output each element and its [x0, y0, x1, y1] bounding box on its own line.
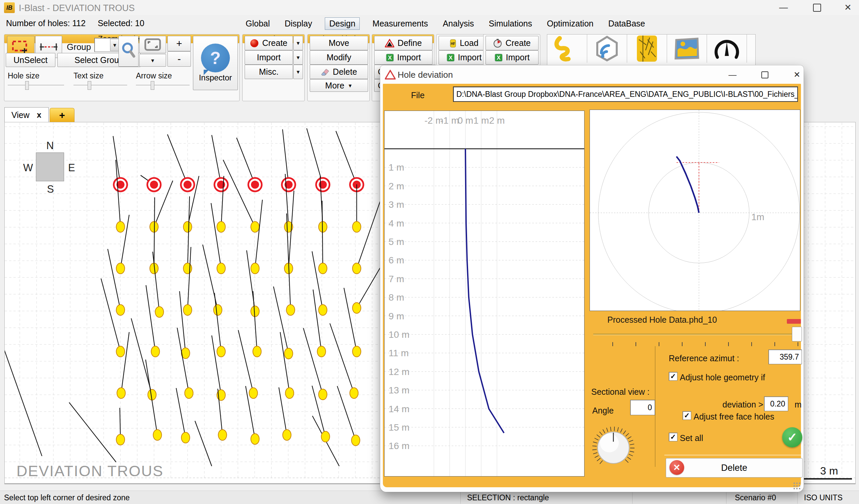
- tab-view-label: View: [11, 110, 30, 120]
- svg-text:0 m: 0 m: [458, 115, 473, 126]
- svg-text:6 m: 6 m: [389, 255, 404, 265]
- inspector-button[interactable]: ? Inspector: [193, 36, 238, 90]
- zoom-extents-button[interactable]: [139, 36, 166, 53]
- delete-holes-button[interactable]: Delete: [310, 65, 368, 79]
- set-all-label: Set all: [680, 433, 703, 443]
- stopwatch-icon: [493, 39, 502, 48]
- shield-signal-icon[interactable]: [587, 34, 627, 63]
- hole-size-slider[interactable]: [8, 85, 64, 86]
- misc-holes-button[interactable]: Misc.: [245, 65, 293, 79]
- group-dropdown[interactable]: ▼: [94, 38, 120, 52]
- dialog-minimize-button[interactable]: —: [723, 68, 742, 81]
- menu-display[interactable]: Display: [283, 18, 314, 30]
- menu-global[interactable]: Global: [244, 18, 272, 30]
- map-icon[interactable]: [667, 34, 707, 63]
- dialog-close-button[interactable]: ✕: [787, 68, 806, 81]
- menu-simulations[interactable]: Simulations: [487, 18, 534, 30]
- dialog-title: Hole deviation: [397, 70, 453, 80]
- adjust-hole-geometry-checkbox[interactable]: ✓: [669, 372, 677, 381]
- menu-optimization[interactable]: Optimization: [545, 18, 596, 30]
- create-hole-dropdown[interactable]: ▼: [293, 36, 303, 50]
- svg-text:11 m: 11 m: [389, 348, 409, 358]
- excel-icon: X: [447, 53, 455, 62]
- svg-text:8 m: 8 m: [389, 292, 404, 303]
- dialog-warning-icon: [385, 70, 396, 80]
- deviation-input[interactable]: 0.20: [764, 396, 788, 411]
- window-maximize-button[interactable]: [805, 0, 829, 15]
- window-minimize-button[interactable]: —: [772, 0, 795, 15]
- menu-measurements[interactable]: Measurements: [371, 18, 430, 30]
- move-button[interactable]: Move: [310, 36, 368, 50]
- create-timing-button[interactable]: Create: [485, 36, 539, 50]
- hole-line: [211, 203, 221, 268]
- import-holes-dropdown[interactable]: ▼: [293, 50, 303, 65]
- define-button[interactable]: Define: [374, 36, 433, 50]
- adjust-free-face-checkbox[interactable]: ✓: [682, 411, 691, 420]
- text-size-slider[interactable]: [74, 85, 127, 86]
- slider-thumb[interactable]: [25, 81, 29, 90]
- hole-line: [344, 288, 357, 351]
- hole-slider-thumb[interactable]: [792, 327, 802, 342]
- load-button[interactable]: HF Load: [439, 36, 489, 50]
- set-all-checkbox[interactable]: ✓: [669, 432, 677, 441]
- modify-button[interactable]: Modify: [310, 50, 368, 65]
- hole-slider-track[interactable]: [593, 333, 802, 335]
- slider-thumb[interactable]: [151, 81, 154, 90]
- dialog-resize-grip[interactable]: [793, 482, 800, 489]
- slider-thumb[interactable]: [88, 81, 91, 90]
- import-free-face-button[interactable]: X Import: [374, 50, 433, 65]
- apply-button[interactable]: ✓: [782, 427, 802, 447]
- delete-x-icon: ✕: [669, 460, 684, 475]
- svg-text:15 m: 15 m: [389, 422, 409, 432]
- menu-analysis[interactable]: Analysis: [440, 18, 476, 30]
- import-timing-button[interactable]: X Import: [485, 50, 539, 65]
- menu-items: GlobalDisplayDesignMeasurementsAnalysisS…: [244, 16, 647, 31]
- rock-texture-icon[interactable]: [627, 34, 667, 63]
- dialog-maximize-button[interactable]: [755, 68, 774, 81]
- misc-holes-dropdown[interactable]: ▼: [293, 65, 303, 79]
- azimuth-tick: [612, 342, 613, 346]
- statusbar-separator: [632, 492, 633, 504]
- import-load-button[interactable]: X Import: [439, 50, 489, 65]
- delete-deviation-button[interactable]: ✕ Delete: [666, 458, 803, 477]
- reference-azimut-input[interactable]: 359.7: [768, 349, 802, 364]
- svg-text:HF: HF: [451, 42, 455, 46]
- selected-hole-center: [183, 180, 192, 189]
- more-button[interactable]: More▼: [310, 79, 368, 92]
- angle-knob[interactable]: [591, 426, 635, 470]
- sectional-view-label: Sectional view :: [591, 387, 650, 397]
- tab-close-icon[interactable]: x: [37, 110, 41, 120]
- window-close-button[interactable]: ✕: [836, 0, 859, 15]
- tab-add-button[interactable]: +: [50, 108, 75, 122]
- zoom-out-button[interactable]: -: [167, 51, 191, 67]
- tab-view[interactable]: View x: [4, 107, 49, 122]
- zoom-in-button[interactable]: +: [167, 36, 191, 51]
- status-selection-mode: SELECTION : rectangle: [467, 493, 549, 502]
- blast-hole: [182, 432, 190, 443]
- zoom-button[interactable]: [118, 36, 139, 67]
- zoom-extents-dropdown[interactable]: ▼: [139, 54, 166, 67]
- arrow-size-slider[interactable]: [136, 85, 190, 86]
- selected-hole-center: [217, 180, 225, 189]
- dialog-titlebar[interactable]: Hole deviation — ✕: [380, 65, 804, 84]
- menu-database[interactable]: DataBase: [606, 18, 647, 30]
- compass-north-label: N: [46, 140, 54, 152]
- red-ball-icon: [250, 39, 259, 48]
- create-hole-button[interactable]: Create: [245, 36, 293, 50]
- svg-text:13 m: 13 m: [389, 385, 409, 395]
- statusbar-separator: [797, 492, 798, 504]
- gauge-icon[interactable]: [707, 34, 747, 63]
- import-holes-button[interactable]: Import: [245, 50, 293, 65]
- scale-label: 3 m: [814, 465, 844, 477]
- deviation-trace-side: [465, 149, 504, 433]
- blast-hole: [117, 346, 125, 357]
- file-path-input[interactable]: D:\DNA-Blast Group Dropbox\DNA-France\AR…: [453, 86, 798, 102]
- unselect-button[interactable]: UnSelect: [6, 53, 55, 67]
- selected-hole-center: [150, 180, 158, 189]
- plan-view-panel: 1m2m: [590, 110, 800, 311]
- squiggle-icon[interactable]: [547, 34, 587, 63]
- menu-design[interactable]: Design: [325, 17, 360, 30]
- angle-input[interactable]: 0: [630, 400, 655, 415]
- blast-hole: [251, 263, 259, 274]
- svg-text:2 m: 2 m: [389, 181, 404, 191]
